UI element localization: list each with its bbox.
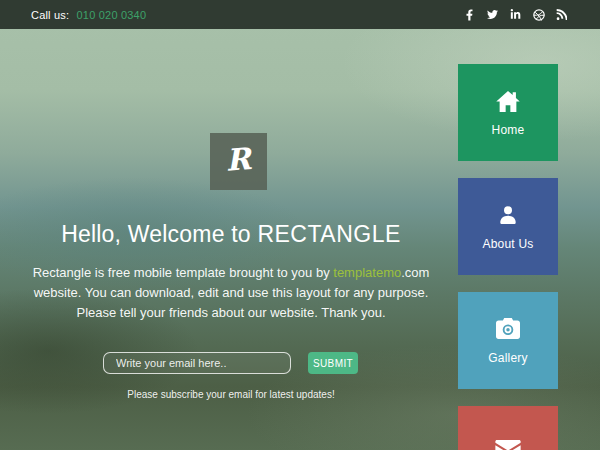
menu-item-contact[interactable] <box>458 406 558 450</box>
subscribe-note: Please subscribe your email for latest u… <box>0 389 462 400</box>
envelope-icon <box>495 438 521 450</box>
call-us-label: Call us: <box>31 9 69 21</box>
email-input[interactable] <box>103 352 291 374</box>
logo-letter: R <box>225 141 253 182</box>
user-icon <box>497 203 519 227</box>
menu-item-home[interactable]: Home <box>458 64 558 161</box>
social-links <box>462 8 569 21</box>
sidebar-menu: Home About Us Gallery <box>458 64 558 450</box>
call-us: Call us: 010 020 0340 <box>31 9 146 21</box>
brand-name: RECTANGLE <box>257 221 400 247</box>
menu-item-label: About Us <box>483 237 534 251</box>
home-icon <box>496 89 520 113</box>
phone-number[interactable]: 010 020 0340 <box>77 9 147 21</box>
topbar: Call us: 010 020 0340 <box>0 0 600 29</box>
menu-item-label: Home <box>492 123 525 137</box>
twitter-icon[interactable] <box>485 8 500 21</box>
page-title-prefix: Hello, Welcome to <box>61 221 257 247</box>
intro-before-link: Rectangle is free mobile template brough… <box>33 265 334 280</box>
linkedin-icon[interactable] <box>508 8 523 21</box>
facebook-icon[interactable] <box>462 8 477 21</box>
menu-item-gallery[interactable]: Gallery <box>458 292 558 389</box>
page-title: Hello, Welcome to RECTANGLE <box>0 221 462 248</box>
submit-button[interactable]: SUBMIT <box>308 352 358 374</box>
intro-text: Rectangle is free mobile template brough… <box>21 263 441 323</box>
camera-icon <box>496 317 520 341</box>
rss-icon[interactable] <box>554 8 569 21</box>
dribbble-icon[interactable] <box>531 8 546 21</box>
menu-item-label: Gallery <box>488 351 527 365</box>
menu-item-about[interactable]: About Us <box>458 178 558 275</box>
landing-page: Call us: 010 020 0340 <box>0 0 600 450</box>
templatemo-link[interactable]: templatemo <box>333 265 401 280</box>
logo: R <box>210 133 267 190</box>
